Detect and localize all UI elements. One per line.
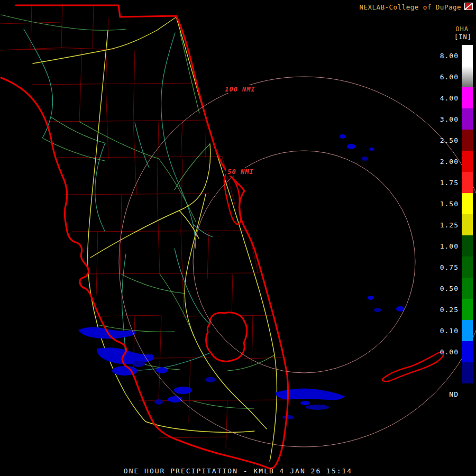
legend-entry: 0.00 (433, 341, 473, 362)
legend-entry (433, 362, 473, 383)
units-label: [IN] (454, 33, 472, 41)
legend-entry: 4.00 (433, 87, 473, 108)
legend-entry: 0.75 (433, 257, 473, 278)
brand-text: NEXLAB-College of DuPage (359, 3, 461, 11)
legend-color-swatch (462, 362, 473, 383)
coastline-layer (1, 5, 444, 469)
legend-entry: 0.10 (433, 320, 473, 341)
legend-value-label: ND (433, 390, 462, 398)
legend-color-swatch (462, 257, 473, 278)
radar-map: 100 NMI 50 NMI (0, 0, 476, 476)
legend-entry: 3.00 (433, 108, 473, 130)
legend-value-label: 1.25 (433, 221, 462, 229)
legend-entry: 0.50 (433, 278, 473, 299)
product-caption: ONE HOUR PRECIPITATION - KMLB 4 JAN 26 1… (0, 467, 476, 475)
legend-color-swatch (462, 341, 473, 362)
legend-value-label: 0.25 (433, 306, 462, 314)
legend-color-swatch (462, 214, 473, 235)
legend-value-label: 0.10 (433, 327, 462, 335)
river-layer (24, 29, 213, 370)
range-ring-label-50nmi: 50 NMI (226, 168, 255, 176)
legend-color-swatch (462, 278, 473, 299)
nexlab-logo-icon (464, 2, 473, 11)
legend-color-swatch (462, 151, 473, 172)
color-scale-legend: 8.006.004.003.002.502.001.751.501.251.00… (433, 45, 473, 405)
lake-okeechobee (206, 313, 247, 361)
legend-entry: 1.50 (433, 193, 473, 214)
legend-value-label: 2.00 (433, 158, 462, 166)
legend-entry: 1.75 (433, 172, 473, 193)
cape-canaveral-lagoon (224, 174, 241, 224)
legend-value-label: 1.00 (433, 242, 462, 250)
legend-color-swatch (462, 45, 473, 66)
legend-entry: 0.25 (433, 299, 473, 320)
legend-color-swatch (462, 299, 473, 320)
legend-color-swatch (462, 108, 473, 130)
legend-value-label: 2.50 (433, 136, 462, 144)
legend-value-label: 0.50 (433, 285, 462, 292)
legend-entry: 1.00 (433, 235, 473, 257)
legend-value-label: 8.00 (433, 52, 462, 60)
legend-color-swatch (462, 130, 473, 151)
legend-color-swatch (462, 193, 473, 214)
legend-value-label: 1.50 (433, 200, 462, 208)
legend-entry: 2.00 (433, 151, 473, 172)
legend-value-label: 0.00 (433, 348, 462, 356)
legend-color-swatch (462, 235, 473, 257)
legend-entry: 8.00 (433, 45, 473, 66)
legend-color-swatch (462, 172, 473, 193)
legend-value-label: 1.75 (433, 179, 462, 187)
legend-color-swatch (462, 320, 473, 341)
legend-color-swatch (462, 383, 473, 405)
legend-value-label: 3.00 (433, 115, 462, 123)
range-ring-label-100nmi: 100 NMI (223, 85, 258, 93)
legend-value-label: 6.00 (433, 73, 462, 81)
legend-entry: 2.50 (433, 130, 473, 151)
legend-entry: 6.00 (433, 66, 473, 87)
legend-entry: 1.25 (433, 214, 473, 235)
legend-entry: ND (433, 383, 473, 405)
svg-text:100 NMI: 100 NMI (225, 86, 255, 93)
legend-value-label: 0.75 (433, 263, 462, 271)
legend-value-label: 4.00 (433, 94, 462, 102)
legend-color-swatch (462, 87, 473, 108)
product-code-label: OHA (455, 25, 469, 33)
legend-color-swatch (462, 66, 473, 87)
svg-text:50 NMI: 50 NMI (227, 168, 253, 176)
